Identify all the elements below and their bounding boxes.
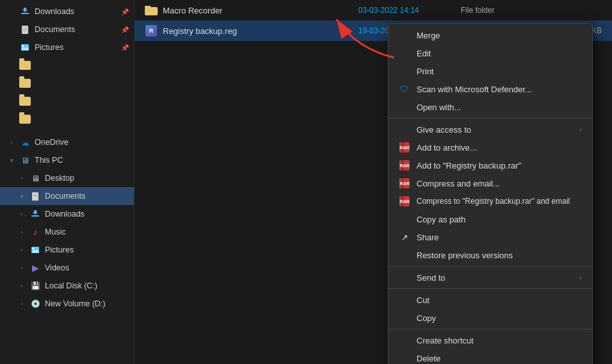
pin-icon: 📌	[121, 44, 129, 51]
sidebar-item-downloads[interactable]: › Downloads	[0, 205, 134, 223]
rar2-icon: RAR	[399, 160, 410, 171]
main-content: Macro Recorder 03-03-2022 14:14 File fol…	[135, 0, 612, 364]
chevron-down-icon: ∨	[18, 193, 26, 199]
svg-point-7	[22, 46, 24, 47]
sidebar-item-music[interactable]: › ♪ Music	[0, 223, 134, 241]
ctx-compressemail[interactable]: RAR Compress and email...	[388, 174, 592, 192]
onedrive-icon: ☁	[19, 136, 31, 148]
sidebar-item-downloads-pinned[interactable]: Downloads 📌	[0, 3, 134, 21]
svg-text:RAR: RAR	[400, 163, 409, 168]
chevron-right-icon: ›	[8, 139, 15, 145]
svg-marker-1	[22, 8, 28, 12]
ctx-cut[interactable]: Cut	[388, 291, 592, 309]
ctx-createshortcut[interactable]: Create shortcut	[388, 331, 592, 349]
chevron-icon: ›	[18, 265, 26, 271]
folder-icon	[19, 113, 31, 125]
sidebar-item-thispc[interactable]: ∨ 🖥 This PC	[0, 151, 134, 169]
thispc-icon: 🖥	[19, 154, 31, 166]
sendto-icon	[399, 272, 410, 283]
ctx-delete[interactable]: Delete	[388, 349, 592, 364]
reg-icon: R	[145, 24, 158, 37]
ctx-addarchive[interactable]: RAR Add to archive...	[388, 138, 592, 156]
svg-text:RAR: RAR	[400, 181, 409, 186]
edit-icon	[399, 47, 410, 59]
ctx-addrar[interactable]: RAR Add to "Registry backup.rar"	[388, 156, 592, 174]
chevron-icon: ›	[18, 175, 26, 181]
sidebar-item-videos[interactable]: › ▶ Videos	[0, 259, 134, 277]
ctx-share[interactable]: ↗ Share	[388, 228, 592, 246]
svg-marker-13	[33, 210, 38, 215]
ctx-sendto[interactable]: Send to ›	[388, 269, 592, 286]
svg-text:RAR: RAR	[400, 145, 409, 150]
documents-icon	[29, 190, 41, 202]
sidebar-label-pictures: Pictures	[45, 245, 74, 254]
file-date: 03-03-2022 14:14	[358, 6, 461, 15]
rar-icon: RAR	[399, 142, 410, 153]
ctx-compressraremail[interactable]: RAR Compress to "Registry backup.rar" an…	[388, 192, 592, 210]
sidebar-item-pictures-pinned[interactable]: Pictures 📌	[0, 38, 134, 56]
ctx-label-scan: Scan with Microsoft Defender...	[417, 85, 532, 94]
ctx-label-copy: Copy	[417, 313, 436, 323]
folder-icon	[19, 95, 31, 107]
ctx-label-compressraremail: Compress to "Registry backup.rar" and em…	[417, 197, 570, 206]
delete-icon	[399, 352, 410, 364]
sidebar-item-documents[interactable]: ∨ Documents	[0, 187, 134, 205]
copypath-icon	[399, 213, 410, 225]
file-row-macro-recorder[interactable]: Macro Recorder 03-03-2022 14:14 File fol…	[135, 0, 612, 21]
copy-icon	[399, 312, 410, 324]
ctx-label-print: Print	[417, 67, 434, 76]
ctx-giveaccess[interactable]: Give access to ›	[388, 120, 592, 138]
restore-icon	[399, 249, 410, 261]
sidebar-item-folder2[interactable]	[0, 74, 134, 92]
sidebar-label-localc: Local Disk (C:)	[45, 281, 97, 290]
share2-icon: ↗	[399, 231, 410, 243]
sidebar-item-folder4[interactable]	[0, 110, 134, 128]
sidebar-label-vold: New Volume (D:)	[45, 299, 105, 308]
sidebar-item-localc[interactable]: › 💾 Local Disk (C:)	[0, 277, 134, 295]
sidebar-item-pictures[interactable]: › Pictures	[0, 241, 134, 259]
file-name-label: Macro Recorder	[163, 6, 222, 15]
sidebar-label-downloads: Downloads	[45, 210, 85, 219]
ctx-copypath[interactable]: Copy as path	[388, 210, 592, 228]
merge-icon	[399, 29, 410, 41]
ctx-edit[interactable]: Edit	[388, 44, 592, 62]
ctx-label-addarchive: Add to archive...	[417, 143, 477, 153]
sidebar-item-documents-pinned[interactable]: Documents 📌	[0, 21, 134, 38]
disk2-icon: 💿	[29, 298, 41, 310]
sidebar-item-folder1[interactable]	[0, 56, 134, 74]
pictures-icon	[29, 244, 41, 256]
sidebar-item-folder3[interactable]	[0, 92, 134, 110]
sidebar-label-downloads-pinned: Downloads	[35, 7, 74, 16]
openwith-icon	[399, 101, 410, 113]
chevron-down-icon: ∨	[8, 157, 15, 163]
svg-text:RAR: RAR	[400, 199, 409, 204]
ctx-scan[interactable]: 🛡 Scan with Microsoft Defender...	[388, 80, 592, 98]
download-icon	[29, 208, 41, 220]
sidebar-item-desktop[interactable]: › 🖥 Desktop	[0, 169, 134, 187]
ctx-label-edit: Edit	[417, 49, 431, 58]
ctx-restore[interactable]: Restore previous versions	[388, 246, 592, 264]
ctx-merge[interactable]: Merge	[388, 26, 592, 44]
share-icon	[399, 124, 410, 135]
sidebar-label-documents: Documents	[45, 192, 85, 201]
submenu-arrow-icon: ›	[579, 126, 582, 133]
cut-icon	[399, 294, 410, 306]
folder-icon	[145, 4, 158, 17]
sidebar-label-videos: Videos	[45, 263, 69, 272]
ctx-openwith[interactable]: Open with...	[388, 98, 592, 116]
documents-icon	[19, 24, 31, 35]
sidebar-item-vold[interactable]: › 💿 New Volume (D:)	[0, 295, 134, 313]
sidebar-item-onedrive[interactable]: › ☁ OneDrive	[0, 133, 134, 151]
file-name-label: Registry backup.reg	[163, 26, 237, 36]
shield-icon: 🛡	[399, 83, 410, 95]
music-icon: ♪	[29, 226, 41, 238]
svg-rect-0	[21, 13, 29, 14]
sidebar-label-onedrive: OneDrive	[35, 138, 69, 147]
ctx-label-restore: Restore previous versions	[417, 251, 513, 260]
ctx-print[interactable]: Print	[388, 62, 592, 80]
folder-icon	[19, 60, 31, 71]
sidebar: Downloads 📌 Documents 📌 Pictures 📌	[0, 0, 135, 364]
chevron-icon: ›	[18, 283, 26, 289]
ctx-label-compressemail: Compress and email...	[417, 179, 500, 188]
ctx-copy[interactable]: Copy	[388, 309, 592, 327]
